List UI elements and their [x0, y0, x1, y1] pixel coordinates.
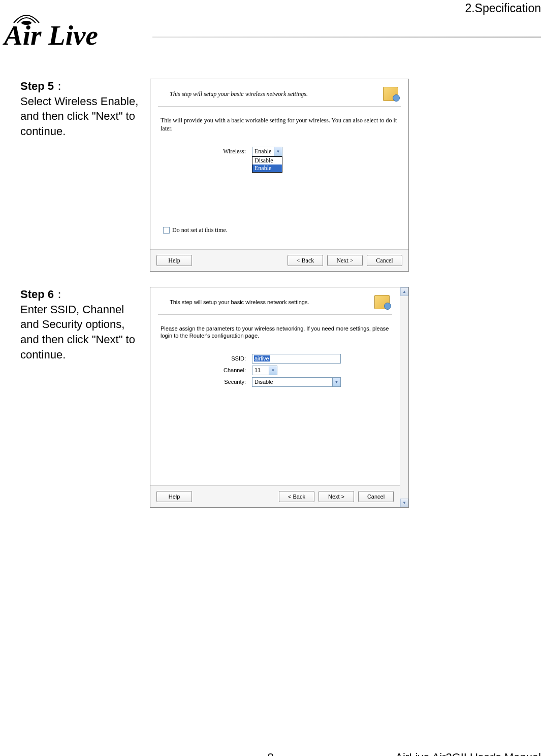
scroll-down-icon[interactable]: ▼ — [400, 499, 408, 507]
channel-select[interactable]: 11 ▼ — [252, 366, 277, 375]
step6-wizard: This step will setup your basic wireless… — [150, 287, 409, 508]
dropdown-option-enable[interactable]: Enable — [252, 165, 282, 172]
brand-logo: Air Live® — [4, 5, 154, 53]
step6-wizard-title: This step will setup your basic wireless… — [161, 299, 374, 305]
help-button[interactable]: Help — [156, 491, 192, 502]
channel-label: Channel: — [161, 367, 252, 373]
manual-title: AirLive Air3GII User's Manual — [395, 751, 541, 756]
do-not-set-checkbox[interactable] — [163, 227, 170, 234]
help-button[interactable]: Help — [156, 255, 192, 266]
chevron-down-icon: ▼ — [332, 378, 340, 386]
page-number: 8 — [267, 751, 273, 756]
chevron-down-icon: ▼ — [274, 147, 282, 156]
wizard-icon — [374, 295, 390, 309]
security-label: Security: — [161, 379, 252, 385]
step5-block: Step 5： Select Wireless Enable, and then… — [20, 79, 541, 272]
next-button[interactable]: Next > — [319, 491, 354, 502]
step6-wizard-desc: Please assign the parameters to your wir… — [161, 325, 390, 340]
next-button[interactable]: Next > — [327, 255, 363, 266]
step5-wizard-desc: This will provide you with a basic worka… — [161, 117, 398, 133]
step6-text: Step 6： Enter SSID, Channel and Security… — [20, 287, 150, 362]
ssid-value: airlive — [254, 355, 270, 361]
step5-instruction: Select Wireless Enable, and then click "… — [20, 95, 138, 138]
wireless-selected-value: Enable — [254, 148, 271, 155]
do-not-set-label: Do not set at this time. — [172, 226, 228, 234]
wizard-scrollbar[interactable]: ▲ ▼ — [400, 287, 408, 507]
step5-colon: ： — [54, 80, 65, 92]
security-select[interactable]: Disable ▼ — [252, 377, 341, 387]
step6-colon: ： — [54, 288, 65, 301]
step6-instruction: Enter SSID, Channel and Security options… — [20, 303, 135, 361]
cancel-button[interactable]: Cancel — [358, 491, 394, 502]
step5-label: Step 5 — [20, 80, 54, 92]
step6-block: Step 6： Enter SSID, Channel and Security… — [20, 287, 541, 508]
security-value: Disable — [254, 379, 273, 385]
wireless-dropdown[interactable]: Enable ▼ Disable Enable — [252, 147, 282, 156]
header-section: 2.Specification — [465, 2, 541, 15]
wizard-icon — [383, 87, 398, 101]
do-not-set-row[interactable]: Do not set at this time. — [163, 226, 228, 234]
scroll-track[interactable] — [400, 296, 408, 499]
dropdown-option-disable[interactable]: Disable — [252, 157, 282, 165]
ssid-input[interactable]: airlive — [252, 354, 341, 364]
channel-value: 11 — [254, 367, 261, 373]
logo-text: Air Live — [4, 20, 98, 51]
cancel-button[interactable]: Cancel — [367, 255, 402, 266]
back-button[interactable]: < Back — [279, 491, 314, 502]
ssid-label: SSID: — [161, 355, 252, 361]
step6-label: Step 6 — [20, 288, 54, 301]
step5-wizard-footer: Help < Back Next > Cancel — [150, 249, 408, 271]
step5-wizard-title: This step will setup your basic wireless… — [161, 90, 383, 98]
back-button[interactable]: < Back — [288, 255, 323, 266]
step5-text: Step 5： Select Wireless Enable, and then… — [20, 79, 150, 139]
step5-wizard: This step will setup your basic wireless… — [150, 79, 409, 272]
chevron-down-icon: ▼ — [269, 366, 277, 375]
wireless-dropdown-list[interactable]: Disable Enable — [252, 156, 282, 173]
step6-wizard-footer: Help < Back Next > Cancel — [150, 485, 400, 507]
wireless-label: Wireless: — [161, 148, 252, 155]
scroll-up-icon[interactable]: ▲ — [400, 287, 408, 296]
header-divider — [152, 37, 541, 38]
